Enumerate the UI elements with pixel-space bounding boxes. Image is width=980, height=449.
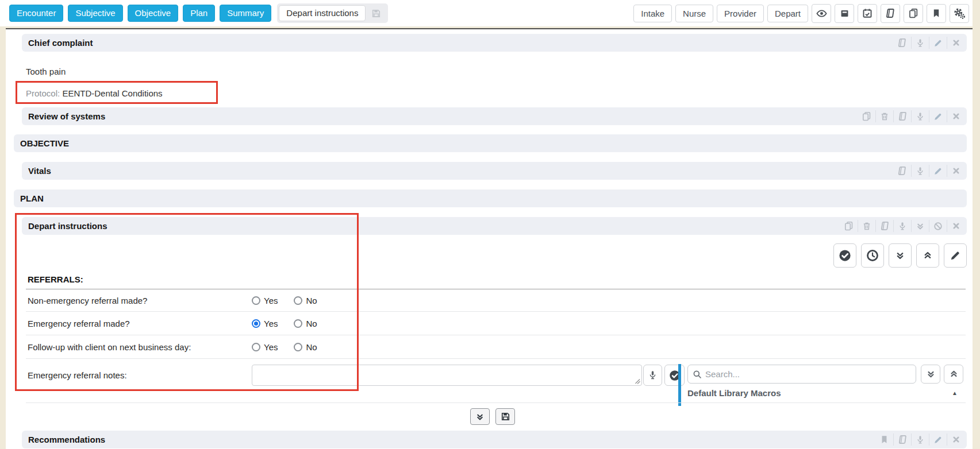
emergency-referral-notes-input[interactable] — [252, 365, 641, 385]
chief-complaint-note: Tooth pain — [26, 67, 66, 76]
close-icon[interactable] — [947, 37, 964, 49]
section-bottom-divider — [26, 402, 966, 403]
radio-group-non-emergency: Yes No — [252, 296, 330, 305]
macros-header[interactable]: Default Library Macros ▲ — [687, 384, 958, 402]
chevron-double-down-button[interactable] — [889, 243, 912, 268]
pencil-button[interactable] — [944, 243, 967, 268]
nav-encounter-button[interactable]: Encounter — [9, 5, 63, 22]
collapse-arrow-icon[interactable]: ▲ — [952, 390, 958, 396]
save-note-button[interactable] — [495, 408, 515, 425]
confirm-notes-button[interactable] — [664, 365, 685, 386]
radio-yes[interactable] — [252, 296, 260, 305]
close-icon[interactable] — [947, 110, 964, 122]
chevron-double-up-button[interactable] — [916, 243, 939, 268]
close-icon[interactable] — [947, 165, 964, 177]
referrals-divider — [26, 289, 966, 289]
radio-yes[interactable] — [252, 319, 260, 328]
pencil-icon[interactable] — [929, 110, 947, 122]
toolbar-right-group: Intake Nurse Provider Depart — [633, 4, 969, 23]
section-bar-vitals[interactable]: Vitals — [22, 162, 967, 180]
book-icon[interactable] — [893, 433, 911, 446]
ban-icon[interactable] — [929, 220, 947, 232]
trash-icon[interactable] — [875, 110, 893, 122]
field-label: Follow-up with client on next business d… — [28, 342, 191, 352]
microphone-icon[interactable] — [911, 165, 929, 177]
provider-button[interactable]: Provider — [717, 5, 764, 22]
row-divider — [26, 358, 966, 359]
section-bar-chief-complaint[interactable]: Chief complaint — [22, 34, 967, 52]
row-divider — [26, 311, 966, 312]
bookmark-icon[interactable] — [875, 433, 893, 446]
close-icon[interactable] — [947, 220, 964, 232]
macros-accent-bar — [678, 364, 681, 406]
nav-subjective-button[interactable]: Subjective — [68, 5, 122, 22]
nav-plan-button[interactable]: Plan — [183, 5, 215, 22]
section-bar-depart-instructions[interactable]: Depart instructions — [22, 217, 967, 235]
radio-group-emergency: Yes No — [252, 319, 330, 328]
emergency-referral-notes-box — [252, 365, 642, 386]
microphone-icon[interactable] — [911, 37, 929, 49]
intake-button[interactable]: Intake — [633, 5, 672, 22]
macros-collapse-all-button[interactable] — [944, 365, 963, 384]
pencil-icon[interactable] — [929, 165, 947, 177]
microphone-icon[interactable] — [911, 433, 929, 446]
nurse-button[interactable]: Nurse — [675, 5, 713, 22]
recommendations-actions — [875, 433, 964, 446]
radio-yes[interactable] — [252, 343, 260, 351]
radio-no[interactable] — [294, 296, 302, 305]
gears-icon[interactable] — [950, 4, 969, 23]
pencil-icon[interactable] — [929, 433, 947, 446]
radio-no-label: No — [306, 296, 317, 305]
clock-button[interactable] — [861, 243, 884, 268]
section-title: Recommendations — [28, 435, 105, 444]
check-circle-button[interactable] — [833, 243, 856, 268]
copy-icon[interactable] — [858, 110, 875, 122]
trash-icon[interactable] — [858, 220, 875, 232]
radio-group-follow-up: Yes No — [252, 342, 330, 352]
microphone-button[interactable] — [643, 365, 662, 386]
radio-no[interactable] — [294, 319, 302, 328]
protocol-line: Protocol: EENTD-Dental Conditions — [26, 88, 163, 98]
protocol-value: EENTD-Dental Conditions — [62, 88, 162, 98]
bookmark-icon[interactable] — [927, 4, 946, 23]
nav-objective-button[interactable]: Objective — [128, 5, 179, 22]
field-label: Non-emergency referral made? — [28, 296, 147, 305]
section-bar-objective[interactable]: OBJECTIVE — [14, 134, 967, 152]
resize-grip-icon[interactable] — [635, 378, 640, 384]
section-bar-plan[interactable]: PLAN — [14, 189, 967, 207]
microphone-icon[interactable] — [911, 110, 929, 122]
section-title-group: Depart instructions — [277, 3, 388, 23]
book-icon[interactable] — [875, 220, 893, 232]
save-title-icon[interactable] — [366, 5, 386, 21]
copy-icon[interactable] — [840, 220, 858, 232]
microphone-icon[interactable] — [893, 220, 911, 232]
archive-icon[interactable] — [835, 4, 854, 23]
book-icon[interactable] — [893, 165, 911, 177]
macro-search-input[interactable] — [705, 369, 911, 379]
copy-icon[interactable] — [904, 4, 923, 23]
collapse-note-button[interactable] — [470, 408, 490, 425]
section-title-field[interactable]: Depart instructions — [279, 5, 366, 21]
radio-no[interactable] — [294, 343, 302, 351]
section-bar-recommendations[interactable]: Recommendations — [22, 431, 967, 448]
pencil-icon[interactable] — [929, 37, 947, 49]
nav-summary-button[interactable]: Summary — [220, 5, 271, 22]
close-icon[interactable] — [947, 433, 964, 446]
book-icon[interactable] — [893, 37, 911, 49]
book-icon[interactable] — [893, 110, 911, 122]
section-bar-review-of-systems[interactable]: Review of systems — [22, 107, 967, 125]
protocol-label: Protocol: — [26, 88, 60, 98]
radio-no-label: No — [306, 342, 317, 352]
radio-no-label: No — [306, 319, 317, 328]
section-title: Review of systems — [28, 111, 105, 121]
encounter-note-panel: Chief complaint Tooth pain Protocol: EEN… — [6, 28, 973, 449]
calendar-check-icon[interactable] — [858, 4, 877, 23]
depart-button[interactable]: Depart — [767, 5, 808, 22]
review-of-systems-actions — [858, 110, 964, 122]
radio-yes-label: Yes — [264, 342, 278, 352]
section-title: Chief complaint — [28, 38, 93, 48]
macros-expand-all-button[interactable] — [921, 365, 940, 384]
eye-icon[interactable] — [812, 4, 831, 23]
book-icon[interactable] — [881, 4, 900, 23]
chevron-double-down-icon[interactable] — [911, 220, 929, 232]
